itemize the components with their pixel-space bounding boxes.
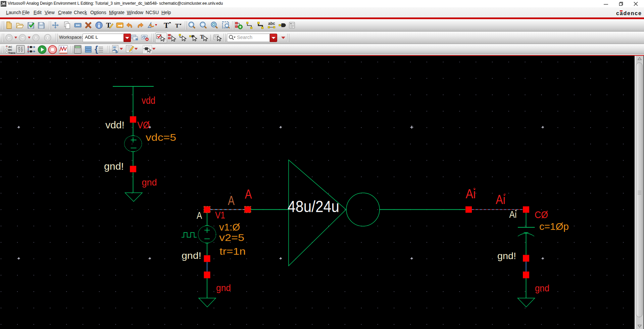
svg-text:v1:Ø: v1:Ø bbox=[219, 222, 240, 233]
svg-text:CØ: CØ bbox=[535, 209, 548, 220]
svg-text:tr=1n: tr=1n bbox=[219, 246, 246, 257]
svg-text:Trans: Trans bbox=[8, 51, 16, 54]
svg-text:T: T bbox=[200, 34, 204, 40]
svg-text:c=1Øp: c=1Øp bbox=[539, 221, 569, 232]
svg-text:v2=5: v2=5 bbox=[219, 232, 244, 243]
svg-text:A: A bbox=[245, 187, 252, 201]
svg-text:gnd!: gnd! bbox=[182, 250, 201, 261]
svg-text:vdd: vdd bbox=[142, 95, 155, 106]
svg-text:VØ: VØ bbox=[137, 120, 150, 130]
svg-text:T: T bbox=[164, 21, 169, 29]
svg-text:gnd!: gnd! bbox=[497, 251, 516, 261]
svg-text:{: { bbox=[95, 45, 98, 54]
svg-text:abc: abc bbox=[268, 21, 275, 26]
svg-text:48u/24u: 48u/24u bbox=[288, 197, 339, 215]
svg-text:gnd!: gnd! bbox=[104, 161, 124, 172]
svg-text:V1: V1 bbox=[215, 210, 225, 220]
svg-text:A: A bbox=[197, 210, 202, 221]
svg-text:gnd: gnd bbox=[216, 283, 231, 293]
svg-text:A: A bbox=[228, 193, 235, 208]
svg-text:gnd: gnd bbox=[535, 283, 549, 293]
svg-text:AC: AC bbox=[8, 45, 12, 48]
svg-text:vdd!: vdd! bbox=[105, 120, 125, 130]
svg-text:gnd: gnd bbox=[142, 177, 157, 188]
svg-text:Ai: Ai bbox=[466, 187, 476, 201]
svg-text:vdc=5: vdc=5 bbox=[146, 132, 176, 143]
svg-text:T: T bbox=[175, 23, 179, 29]
